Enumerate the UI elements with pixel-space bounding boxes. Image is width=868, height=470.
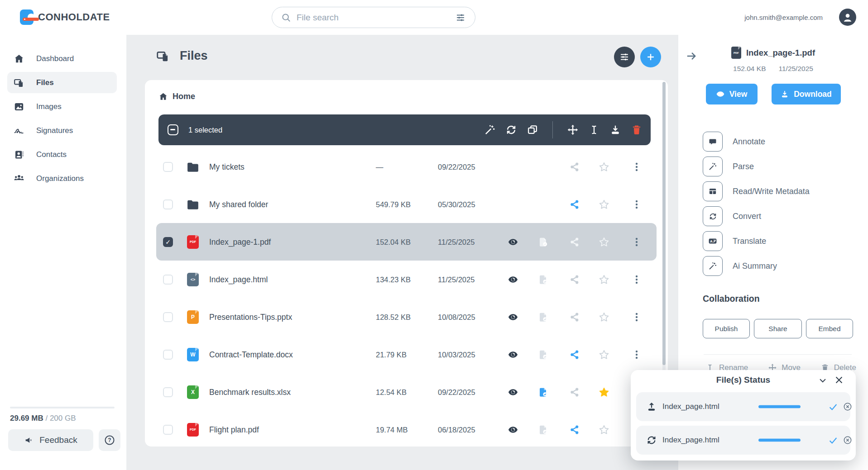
- table-row[interactable]: My tickets — 09/22/2025: [156, 148, 657, 185]
- file-check-icon[interactable]: [538, 274, 549, 285]
- kebab-menu-icon[interactable]: [633, 349, 641, 360]
- ai-summary-action[interactable]: Ai Summary: [703, 256, 810, 276]
- row-checkbox[interactable]: [163, 350, 173, 360]
- kebab-menu-icon[interactable]: [633, 161, 641, 172]
- metadata-action[interactable]: Read/Write Metadata: [703, 181, 810, 201]
- share-icon[interactable]: [569, 312, 580, 323]
- rename-icon[interactable]: [588, 124, 600, 136]
- row-checkbox[interactable]: [163, 387, 173, 397]
- convert-action[interactable]: Convert: [703, 206, 810, 226]
- table-row[interactable]: My shared folder 549.79 KB 05/30/2025: [156, 185, 657, 223]
- share-icon[interactable]: [569, 349, 580, 360]
- table-row[interactable]: W Contract-Template.docx 21.79 KB 10/03/…: [156, 336, 657, 373]
- star-icon[interactable]: [599, 387, 609, 398]
- row-checkbox[interactable]: [163, 162, 173, 172]
- table-row[interactable]: X Benchmark results.xlsx 12.54 KB 09/22/…: [156, 373, 657, 411]
- row-checkbox[interactable]: [163, 199, 173, 209]
- docx-file-icon: W: [187, 348, 199, 361]
- sidebar-item-files[interactable]: Files: [0, 71, 127, 95]
- share-icon[interactable]: [569, 424, 580, 435]
- file-size: 19.74 MB: [376, 425, 408, 434]
- cancel-icon[interactable]: [843, 436, 852, 445]
- share-icon[interactable]: [569, 199, 580, 210]
- table-row[interactable]: <> Index_page.html 134.23 KB 11/25/2025: [156, 261, 657, 298]
- share-icon[interactable]: [569, 387, 580, 398]
- kebab-menu-icon[interactable]: [633, 312, 641, 323]
- kebab-menu-icon[interactable]: [633, 274, 641, 285]
- star-icon[interactable]: [599, 199, 609, 210]
- publish-button[interactable]: Publish: [703, 319, 750, 338]
- row-checkbox[interactable]: [163, 275, 173, 285]
- table-row[interactable]: P Presentations-Tips.pptx 128.52 KB 10/0…: [156, 298, 657, 336]
- file-check-icon[interactable]: [538, 349, 549, 360]
- embed-button[interactable]: Embed: [806, 319, 853, 338]
- scrollbar-thumb[interactable]: [662, 82, 666, 365]
- translate-action[interactable]: Translate: [703, 231, 810, 251]
- sidebar-item-dashboard[interactable]: Dashboard: [0, 47, 127, 71]
- eye-icon[interactable]: [508, 237, 518, 247]
- table-row[interactable]: PDF Index_page-1.pdf 152.04 KB 11/25/202…: [156, 223, 657, 261]
- table-row[interactable]: PDF Flight plan.pdf 19.74 MB 06/18/2025: [156, 411, 657, 448]
- share-button[interactable]: Share: [754, 319, 802, 338]
- close-icon[interactable]: [834, 375, 844, 385]
- add-button[interactable]: [640, 47, 661, 67]
- eye-icon[interactable]: [508, 274, 518, 285]
- file-size: 12.54 KB: [376, 388, 407, 396]
- status-item: Index_page.html: [636, 426, 850, 455]
- ai-wand-icon[interactable]: [484, 124, 496, 136]
- chevron-down-icon[interactable]: [818, 375, 828, 385]
- help-button[interactable]: [99, 429, 120, 451]
- move-icon[interactable]: [567, 124, 579, 136]
- row-checkbox[interactable]: [163, 237, 173, 247]
- filter-sliders-icon[interactable]: [455, 12, 466, 23]
- parse-action[interactable]: Parse: [703, 157, 810, 176]
- brand-logo[interactable]: CONHOLDATE: [20, 9, 110, 25]
- file-check-icon[interactable]: [538, 312, 549, 323]
- sidebar-item-organizations[interactable]: Organizations: [0, 166, 127, 190]
- row-checkbox[interactable]: [163, 425, 173, 435]
- selected-count-label: 1 selected: [188, 126, 222, 134]
- sidebar-item-label: Organizations: [36, 174, 84, 183]
- star-icon[interactable]: [599, 349, 609, 360]
- annotate-action[interactable]: Annotate: [703, 132, 810, 152]
- file-check-icon[interactable]: [538, 387, 549, 398]
- view-button[interactable]: View: [706, 84, 758, 104]
- download-icon[interactable]: [609, 124, 621, 136]
- share-icon[interactable]: [569, 274, 580, 285]
- search-input[interactable]: [297, 13, 450, 23]
- file-check-icon[interactable]: [538, 424, 549, 435]
- star-icon[interactable]: [599, 424, 609, 435]
- kebab-menu-icon[interactable]: [633, 237, 641, 247]
- eye-icon[interactable]: [508, 424, 518, 435]
- eye-icon[interactable]: [508, 349, 518, 360]
- progress-bar: [758, 405, 801, 408]
- sidebar-item-contacts[interactable]: Contacts: [0, 142, 127, 166]
- panel-divider: [704, 354, 852, 355]
- share-icon[interactable]: [569, 161, 580, 172]
- eye-icon[interactable]: [508, 387, 518, 398]
- row-checkbox[interactable]: [163, 312, 173, 322]
- folder-icon: [186, 160, 200, 174]
- star-icon[interactable]: [599, 274, 609, 285]
- feedback-button[interactable]: Feedback: [8, 429, 93, 451]
- file-size: 549.79 KB: [376, 200, 411, 209]
- delete-icon[interactable]: [631, 124, 643, 136]
- star-icon[interactable]: [599, 312, 609, 323]
- sidebar-item-signatures[interactable]: Signatures: [0, 119, 127, 142]
- star-icon[interactable]: [599, 237, 609, 247]
- file-check-icon[interactable]: [538, 237, 549, 247]
- convert-icon[interactable]: [505, 124, 517, 136]
- kebab-menu-icon[interactable]: [633, 199, 641, 210]
- star-icon[interactable]: [599, 161, 609, 172]
- select-all-checkbox[interactable]: [168, 124, 178, 135]
- cancel-icon[interactable]: [843, 402, 852, 411]
- download-button[interactable]: Download: [772, 84, 841, 104]
- avatar-icon[interactable]: [839, 9, 856, 26]
- copy-icon[interactable]: [527, 124, 538, 136]
- view-options-button[interactable]: [614, 47, 635, 67]
- sidebar-item-images[interactable]: Images: [0, 95, 127, 119]
- eye-icon[interactable]: [508, 312, 518, 323]
- breadcrumb[interactable]: Home: [158, 92, 195, 101]
- share-icon[interactable]: [569, 237, 580, 247]
- sidebar-item-label: Signatures: [36, 126, 73, 135]
